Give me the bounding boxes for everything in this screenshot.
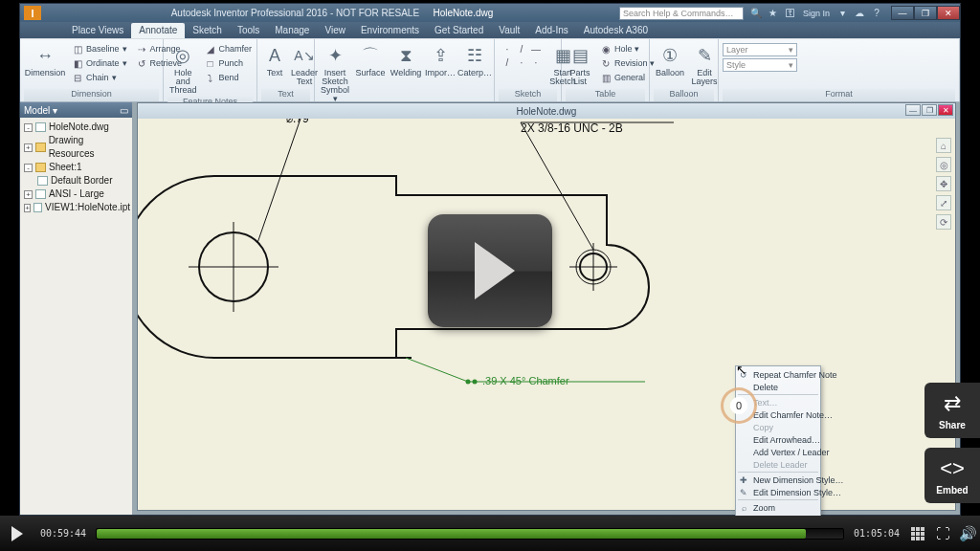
ctx-delete[interactable]: Delete bbox=[736, 381, 820, 393]
volume-button[interactable]: 🔊 bbox=[955, 516, 980, 551]
chamfer-note[interactable]: .39 X 45° Chamfer bbox=[482, 375, 569, 386]
parts-list-button[interactable]: ▤PartsList bbox=[566, 41, 594, 88]
group-label: Balloon bbox=[654, 89, 714, 101]
import-button[interactable]: ⇪Impor… bbox=[425, 41, 456, 79]
ctx-delete-leader: Delete Leader bbox=[736, 458, 820, 471]
bend-button[interactable]: ⤵Bend bbox=[202, 71, 256, 84]
progress-fill bbox=[97, 529, 806, 539]
share-button[interactable]: ⇄Share bbox=[924, 383, 980, 438]
svg-line-9 bbox=[257, 119, 301, 243]
doc-restore[interactable]: ❐ bbox=[922, 104, 937, 116]
layer-select[interactable]: Layer▾ bbox=[723, 43, 797, 56]
dimension-button[interactable]: ↔Dimension bbox=[24, 41, 66, 79]
sketch-tool[interactable]: ·/— bbox=[499, 42, 545, 55]
baseline-button[interactable]: ◫Baseline ▾ bbox=[69, 42, 130, 55]
ctx-edit-dimension-style-[interactable]: ✎Edit Dimension Style… bbox=[736, 486, 820, 498]
tab-view[interactable]: View bbox=[317, 23, 353, 38]
tab-manage[interactable]: Manage bbox=[267, 23, 317, 38]
tab-vault[interactable]: Vault bbox=[491, 23, 527, 38]
player-controls: 00:59:44 01:05:04 ⛶ 🔊 bbox=[0, 516, 980, 551]
tab-autodesk-a360[interactable]: Autodesk A360 bbox=[576, 23, 656, 38]
ribbon-group-table: ▤PartsList ◉Hole ▾ ↻Revision ▾ ▥General … bbox=[562, 39, 650, 101]
ctx-zoom[interactable]: ⌕Zoom bbox=[736, 501, 820, 514]
tree-node[interactable]: Default Border bbox=[22, 174, 130, 187]
balloon-button[interactable]: ①Balloon bbox=[654, 41, 686, 79]
window-minimize[interactable]: — bbox=[891, 6, 914, 20]
model-browser[interactable]: Model ▾▭ -HoleNote.dwg+Drawing Resources… bbox=[20, 102, 133, 515]
chamfer-button[interactable]: ◢Chamfer bbox=[202, 42, 256, 55]
nav-zoom-icon[interactable]: ⤢ bbox=[936, 195, 951, 210]
help-search-input[interactable]: Search Help & Commands… bbox=[619, 7, 744, 20]
hole-table-button[interactable]: ◉Hole ▾ bbox=[597, 42, 657, 55]
leader-text-button[interactable]: A↘LeaderText bbox=[291, 41, 318, 88]
key-icon[interactable]: ⚿ bbox=[784, 7, 797, 20]
caterpillar-button[interactable]: ☷Caterp… bbox=[458, 41, 491, 79]
sketch-symbol-button[interactable]: ✦InsertSketch Symbol ▾ bbox=[319, 41, 351, 105]
ctx-add-vertex-leader[interactable]: Add Vertex / Leader bbox=[736, 446, 820, 458]
ctx-edit-chamfer-note-[interactable]: Edit Chamfer Note… bbox=[736, 408, 820, 421]
welding-button[interactable]: ⧗Welding bbox=[390, 41, 422, 79]
revision-button[interactable]: ↻Revision ▾ bbox=[597, 56, 657, 70]
ordinate-button[interactable]: ◧Ordinate ▾ bbox=[69, 56, 130, 70]
time-total: 01:05:04 bbox=[848, 528, 905, 539]
hole-thread-button[interactable]: ◎Hole andThread bbox=[167, 41, 199, 97]
window-close[interactable]: ✕ bbox=[937, 6, 960, 20]
sketch-tool[interactable]: /·· bbox=[499, 55, 545, 69]
svg-point-12 bbox=[466, 380, 471, 385]
doc-minimize[interactable]: — bbox=[905, 104, 921, 116]
group-label: Sketch bbox=[499, 89, 557, 101]
text-button[interactable]: AText bbox=[261, 41, 288, 79]
tree-node[interactable]: -Sheet:1 bbox=[22, 161, 130, 174]
tree-node[interactable]: +ANSI - Large bbox=[22, 187, 130, 201]
app-logo[interactable]: I bbox=[24, 6, 41, 20]
window-restore[interactable]: ❐ bbox=[914, 6, 937, 20]
signin-link[interactable]: Sign In bbox=[803, 9, 830, 18]
chevron-down-icon[interactable]: ▾ bbox=[835, 7, 849, 20]
ctx-repeat-chamfer-note[interactable]: ↺Repeat Chamfer Note bbox=[736, 368, 820, 381]
group-label: Text bbox=[261, 89, 310, 101]
cloud-icon[interactable]: ☁ bbox=[853, 7, 866, 20]
tab-annotate[interactable]: Annotate bbox=[131, 23, 185, 38]
video-play-button[interactable] bbox=[428, 214, 552, 327]
tab-sketch[interactable]: Sketch bbox=[185, 23, 230, 38]
tab-get-started[interactable]: Get Started bbox=[427, 23, 491, 38]
browser-header[interactable]: Model ▾▭ bbox=[20, 102, 132, 118]
player-play-button[interactable] bbox=[0, 516, 34, 551]
ctx-copy: Copy bbox=[736, 421, 820, 433]
tree-node[interactable]: +Drawing Resources bbox=[22, 134, 130, 161]
help-icon[interactable]: ? bbox=[870, 7, 883, 20]
surface-button[interactable]: ⌒Surface bbox=[354, 41, 387, 79]
tab-tools[interactable]: Tools bbox=[230, 23, 267, 38]
nav-pan-icon[interactable]: ✥ bbox=[936, 176, 951, 191]
tab-environments[interactable]: Environments bbox=[353, 23, 427, 38]
play-icon bbox=[475, 242, 515, 299]
style-select[interactable]: Style▾ bbox=[723, 58, 797, 72]
tree-node[interactable]: -HoleNote.dwg bbox=[22, 121, 130, 134]
tab-place-views[interactable]: Place Views bbox=[64, 23, 131, 38]
nav-wheel-icon[interactable]: ◎ bbox=[936, 157, 951, 172]
embed-icon: <> bbox=[940, 456, 965, 481]
punch-button[interactable]: □Punch bbox=[202, 56, 256, 70]
star-icon[interactable]: ★ bbox=[767, 7, 780, 20]
ribbon-group-symbols: ✦InsertSketch Symbol ▾ ⌒Surface ⧗Welding… bbox=[315, 39, 495, 101]
tab-add-ins[interactable]: Add-Ins bbox=[527, 23, 575, 38]
edit-layers-button[interactable]: ✎EditLayers bbox=[689, 41, 720, 88]
tree-node[interactable]: +VIEW1:HoleNote.ipt bbox=[22, 201, 130, 214]
ctx-new-dimension-style-[interactable]: ✚New Dimension Style… bbox=[736, 474, 820, 486]
search-icon[interactable]: 🔍 bbox=[749, 7, 763, 20]
general-table-button[interactable]: ▥General bbox=[597, 71, 657, 84]
progress-bar[interactable] bbox=[96, 528, 844, 540]
ctx-edit-arrowhead-[interactable]: Edit Arrowhead… bbox=[736, 433, 820, 446]
nav-orbit-icon[interactable]: ⟳ bbox=[936, 214, 951, 230]
pin-icon[interactable]: ▭ bbox=[120, 105, 128, 116]
chain-button[interactable]: ⊟Chain ▾ bbox=[69, 71, 130, 84]
ribbon-group-balloon: ①Balloon ✎EditLayers Balloon bbox=[650, 39, 719, 101]
nav-home-icon[interactable]: ⌂ bbox=[936, 138, 951, 153]
chapters-button[interactable] bbox=[905, 516, 930, 551]
embed-button[interactable]: <>Embed bbox=[924, 448, 980, 503]
fullscreen-button[interactable]: ⛶ bbox=[930, 516, 955, 551]
browser-tree[interactable]: -HoleNote.dwg+Drawing Resources-Sheet:1D… bbox=[20, 118, 132, 217]
doc-close[interactable]: ✕ bbox=[938, 104, 953, 116]
play-icon bbox=[11, 526, 23, 541]
ribbon-group-sketch: ·/— /·· ▦StartSketch Sketch bbox=[495, 39, 562, 101]
